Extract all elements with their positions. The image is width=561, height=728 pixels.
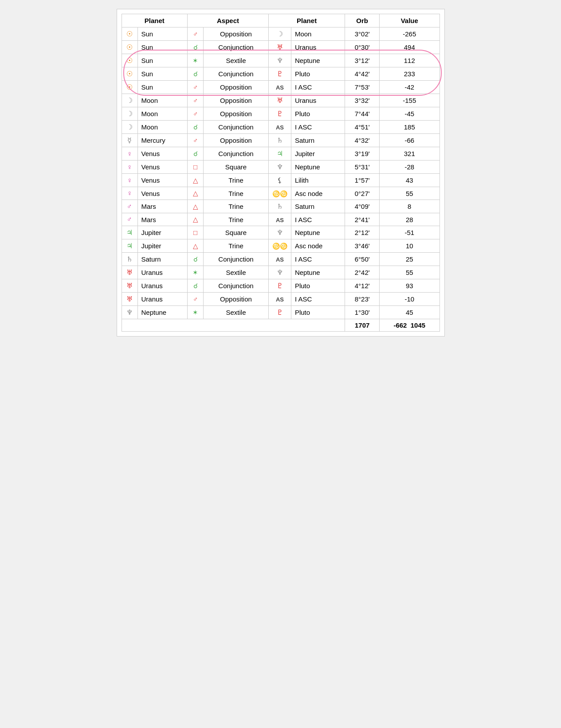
planet1-symbol: ☉ xyxy=(126,70,133,78)
aspect-name: Trine xyxy=(204,174,269,187)
planet1-symbol: ♃ xyxy=(126,229,133,236)
orb-value: 2°42' xyxy=(345,266,380,279)
orb-value: 1°57' xyxy=(345,174,380,187)
aspect-name: Sextile xyxy=(204,54,269,67)
table-row: ♂ Mars △ Trine AS I ASC 2°41' 28 xyxy=(122,213,439,226)
planet2-symbol-cell: AS xyxy=(268,81,291,94)
orb-value: 2°41' xyxy=(345,213,380,226)
aspect-symbol-cell: ✶ xyxy=(188,266,204,279)
aspect-value: 8 xyxy=(380,200,439,213)
planet1-symbol-cell: ☽ xyxy=(122,121,137,134)
aspect-symbol-cell: ♂ xyxy=(188,27,204,41)
planet1-name: Moon xyxy=(137,121,188,134)
planet1-name: Uranus xyxy=(137,279,188,293)
planet2-name: Neptune xyxy=(291,266,345,279)
aspect-symbol-cell: ✶ xyxy=(188,54,204,67)
planet1-symbol: ♀ xyxy=(127,150,132,157)
aspect-name: Conjunction xyxy=(204,253,269,266)
planet1-symbol-cell: ♃ xyxy=(122,239,137,253)
aspect-value: -10 xyxy=(380,293,439,306)
orb-value: 2°12' xyxy=(345,226,380,239)
aspect-name: Conjunction xyxy=(204,147,269,160)
planet1-symbol-cell: ♀ xyxy=(122,147,137,160)
aspect-symbol: △ xyxy=(193,203,198,210)
footer-row: 1707 -662 1045 xyxy=(122,319,439,332)
planet2-symbol-cell: ♋♋ xyxy=(268,239,291,253)
planet1-name: Venus xyxy=(137,147,188,160)
planet1-symbol: ♃ xyxy=(126,242,133,250)
planet1-name: Mars xyxy=(137,200,188,213)
planet1-symbol-cell: ♃ xyxy=(122,226,137,239)
planet2-symbol-cell: ♇ xyxy=(268,107,291,121)
planet2-symbol: AS xyxy=(276,217,284,223)
aspect-symbol-cell: △ xyxy=(188,239,204,253)
planet2-symbol-cell: AS xyxy=(268,213,291,226)
planet1-symbol: ♂ xyxy=(127,215,132,223)
aspect-symbol: ♂ xyxy=(193,137,198,144)
planet2-name: Saturn xyxy=(291,134,345,147)
aspect-symbol: △ xyxy=(193,176,198,184)
aspect-name: Sextile xyxy=(204,266,269,279)
planet1-symbol: ♀ xyxy=(127,163,132,171)
footer-total-pos: 1707 xyxy=(345,319,380,332)
planet1-name: Jupiter xyxy=(137,226,188,239)
aspect-symbol: ☌ xyxy=(193,70,198,78)
planet1-symbol: ♄ xyxy=(126,255,133,263)
aspect-name: Opposition xyxy=(204,293,269,306)
orb-value: 3°02' xyxy=(345,27,380,41)
table-row: ♃ Jupiter △ Trine ♋♋ Asc node 3°46' 10 xyxy=(122,239,439,253)
planet1-symbol: ♅ xyxy=(126,282,133,290)
main-container: Planet Aspect Planet Orb Value ☉ Sun ♂ O… xyxy=(117,9,445,337)
planet2-symbol: AS xyxy=(276,84,284,91)
orb-value: 4°32' xyxy=(345,134,380,147)
planet2-name: I ASC xyxy=(291,213,345,226)
planet2-symbol: ♄ xyxy=(277,203,283,210)
planet2-symbol-cell: ☽ xyxy=(268,27,291,41)
planet2-name: Pluto xyxy=(291,107,345,121)
aspect-symbol-cell: ☌ xyxy=(188,41,204,54)
planet2-symbol: ♆ xyxy=(277,57,283,64)
planet2-name: Moon xyxy=(291,27,345,41)
planet2-symbol-cell: ♄ xyxy=(268,200,291,213)
aspect-symbol: ☌ xyxy=(193,150,198,157)
aspect-name: Trine xyxy=(204,239,269,253)
planet1-symbol-cell: ☉ xyxy=(122,41,137,54)
planet1-symbol-cell: ♅ xyxy=(122,266,137,279)
orb-value: 4°09' xyxy=(345,200,380,213)
header-aspect: Aspect xyxy=(188,14,269,27)
planet2-symbol-cell: ♆ xyxy=(268,266,291,279)
planet1-name: Moon xyxy=(137,94,188,107)
aspect-value: -265 xyxy=(380,27,439,41)
planet2-name: Neptune xyxy=(291,160,345,174)
planet1-symbol-cell: ♀ xyxy=(122,174,137,187)
orb-value: 4°42' xyxy=(345,67,380,81)
aspect-symbol: ✶ xyxy=(192,57,198,64)
planet2-symbol: ♆ xyxy=(277,163,283,171)
aspect-value: 233 xyxy=(380,67,439,81)
footer-total-neg: -662 1045 xyxy=(380,319,439,332)
aspect-symbol: △ xyxy=(193,189,198,197)
planet1-symbol-cell: ☽ xyxy=(122,107,137,121)
planet2-symbol: ♄ xyxy=(277,137,283,144)
aspect-symbol: □ xyxy=(193,229,197,236)
aspect-value: 55 xyxy=(380,187,439,200)
table-row: ☿ Mercury ♂ Opposition ♄ Saturn 4°32' -6… xyxy=(122,134,439,147)
planet2-symbol-cell: ♅ xyxy=(268,94,291,107)
aspect-value: -45 xyxy=(380,107,439,121)
aspect-symbol-cell: △ xyxy=(188,187,204,200)
table-row: ☉ Sun ♂ Opposition AS I ASC 7°53' -42 xyxy=(122,81,439,94)
planet2-name: Asc node xyxy=(291,187,345,200)
aspect-symbol-cell: ♂ xyxy=(188,81,204,94)
planet1-name: Saturn xyxy=(137,253,188,266)
orb-value: 8°23' xyxy=(345,293,380,306)
aspect-symbol-cell: ☌ xyxy=(188,121,204,134)
planet2-symbol: ♆ xyxy=(277,269,283,276)
orb-value: 5°31' xyxy=(345,160,380,174)
planet2-symbol-cell: ♋♋ xyxy=(268,187,291,200)
planet2-symbol: ♇ xyxy=(277,309,283,316)
table-row: ♆ Neptune ✶ Sextile ♇ Pluto 1°30' 45 xyxy=(122,306,439,319)
planet1-symbol-cell: ☽ xyxy=(122,94,137,107)
planet1-symbol-cell: ♆ xyxy=(122,306,137,319)
planet2-symbol: ♅ xyxy=(277,97,283,104)
aspect-name: Square xyxy=(204,226,269,239)
